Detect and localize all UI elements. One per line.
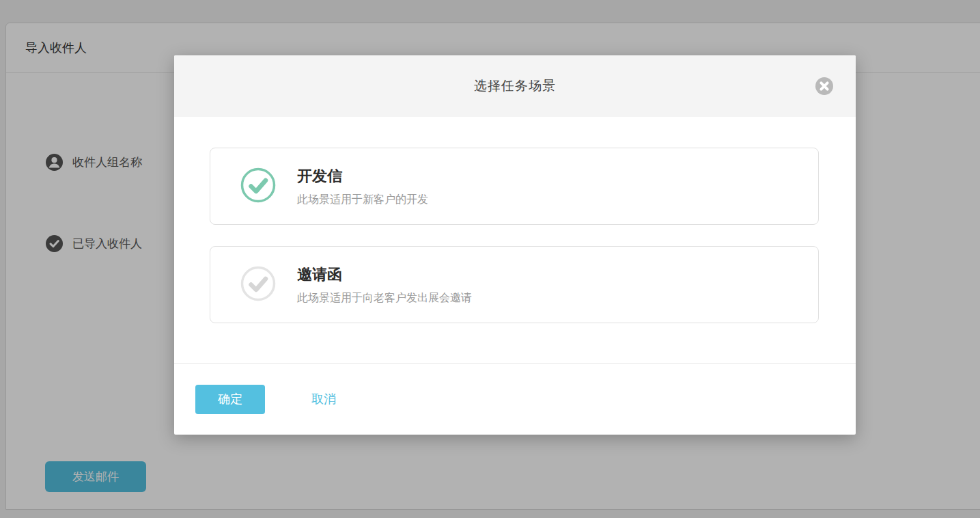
confirm-button[interactable]: 确定 (195, 385, 265, 414)
modal-header: 选择任务场景 (174, 55, 856, 117)
option-card-development-letter[interactable]: 开发信 此场景适用于新客户的开发 (210, 148, 819, 225)
modal-title: 选择任务场景 (474, 77, 556, 95)
modal-body: 开发信 此场景适用于新客户的开发 邀请函 此场景适用于向老客户发出展会邀请 (174, 117, 856, 363)
option-description: 此场景适用于向老客户发出展会邀请 (297, 291, 472, 305)
option-title: 开发信 (297, 166, 428, 187)
option-title: 邀请函 (297, 264, 472, 285)
close-circle-icon (815, 87, 834, 98)
modal-footer: 确定 取消 (174, 363, 856, 435)
option-description: 此场景适用于新客户的开发 (297, 193, 428, 207)
option-card-invitation-letter[interactable]: 邀请函 此场景适用于向老客户发出展会邀请 (210, 246, 819, 323)
page-root: 导入收件人 收件人组名称 已导入收件人 发送邮件 (0, 0, 980, 518)
selected-check-circle-icon (240, 167, 276, 206)
close-button[interactable] (815, 77, 834, 96)
task-scenario-modal: 选择任务场景 开发信 (174, 55, 856, 435)
cancel-link[interactable]: 取消 (311, 391, 336, 407)
unselected-check-circle-icon (240, 266, 276, 304)
